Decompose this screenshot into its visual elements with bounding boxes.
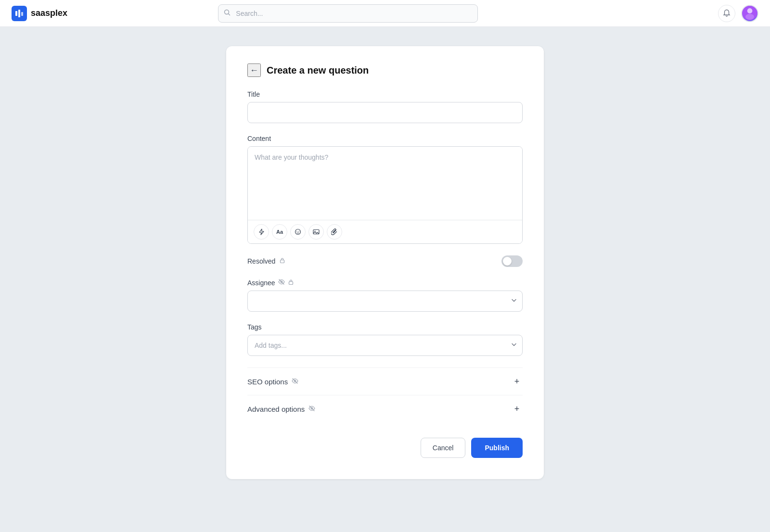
- svg-rect-13: [281, 260, 284, 263]
- assignee-lock-icon: [288, 279, 294, 287]
- form-card: ← Create a new question Title Content: [226, 46, 544, 479]
- advanced-options-label: Advanced options: [247, 405, 315, 413]
- svg-rect-16: [289, 281, 293, 284]
- back-button[interactable]: ←: [247, 63, 261, 77]
- editor-toolbar: Aa: [248, 220, 522, 243]
- user-avatar[interactable]: [741, 5, 758, 22]
- seo-expand-icon: +: [511, 376, 523, 387]
- svg-line-4: [229, 14, 230, 15]
- assignee-label: Assignee: [247, 279, 523, 287]
- header-right: [718, 5, 758, 22]
- emoji-icon: [295, 228, 301, 235]
- svg-rect-2: [21, 12, 23, 16]
- title-label: Title: [247, 90, 523, 98]
- svg-point-8: [295, 229, 301, 235]
- content-editor: Aa: [247, 146, 523, 244]
- attachment-icon: [331, 228, 338, 235]
- assignee-field-group: Assignee: [247, 279, 523, 312]
- advanced-eye-slash-icon: [308, 405, 315, 413]
- logo-area: saasplex: [12, 6, 98, 21]
- resolved-toggle[interactable]: [501, 255, 523, 267]
- search-bar: [218, 4, 478, 23]
- avatar-image: [742, 5, 757, 21]
- svg-rect-0: [15, 11, 17, 16]
- advanced-expand-icon: +: [511, 403, 523, 415]
- title-field-group: Title: [247, 90, 523, 123]
- assignee-eye-slash-icon: [278, 279, 285, 287]
- assignee-select-wrap: [247, 291, 523, 312]
- notification-bell-button[interactable]: [718, 5, 735, 22]
- resolved-lock-icon: [279, 257, 285, 265]
- main-content: ← Create a new question Title Content: [0, 27, 770, 498]
- toolbar-bolt-button[interactable]: [254, 224, 269, 240]
- logo-text: saasplex: [31, 8, 67, 18]
- tags-select[interactable]: Add tags...: [247, 335, 523, 356]
- toolbar-image-button[interactable]: [308, 224, 324, 240]
- publish-button[interactable]: Publish: [471, 438, 523, 458]
- resolved-row: Resolved: [247, 255, 523, 267]
- image-icon: [313, 228, 320, 235]
- logo-icon: [12, 6, 27, 21]
- content-label: Content: [247, 135, 523, 142]
- svg-rect-1: [18, 10, 20, 17]
- search-icon: [224, 9, 231, 17]
- tags-field-group: Tags Add tags... Add tags...: [247, 323, 523, 356]
- title-input[interactable]: [247, 102, 523, 123]
- svg-point-10: [298, 231, 299, 232]
- content-field-group: Content Aa: [247, 135, 523, 244]
- seo-options-row[interactable]: SEO options +: [247, 367, 523, 395]
- form-footer: Cancel Publish: [247, 438, 523, 458]
- resolved-label: Resolved: [247, 257, 285, 265]
- page-title: Create a new question: [267, 65, 369, 76]
- seo-options-label: SEO options: [247, 378, 298, 386]
- svg-point-6: [747, 8, 753, 13]
- advanced-options-row[interactable]: Advanced options +: [247, 395, 523, 422]
- tags-select-wrap: Add tags... Add tags...: [247, 335, 523, 356]
- back-header: ← Create a new question: [247, 63, 523, 77]
- svg-point-12: [315, 231, 316, 232]
- assignee-select[interactable]: [247, 291, 523, 312]
- svg-point-9: [296, 231, 297, 232]
- svg-point-7: [745, 13, 754, 19]
- cancel-button[interactable]: Cancel: [421, 438, 466, 458]
- tags-label: Tags: [247, 323, 523, 331]
- app-header: saasplex: [0, 0, 770, 27]
- toolbar-text-format-button[interactable]: Aa: [272, 224, 287, 240]
- content-textarea[interactable]: [248, 147, 522, 218]
- bolt-icon: [258, 228, 265, 235]
- bell-icon: [722, 9, 731, 18]
- search-input[interactable]: [218, 4, 478, 23]
- toolbar-attachment-button[interactable]: [327, 224, 342, 240]
- text-format-icon: Aa: [276, 229, 283, 235]
- toolbar-emoji-button[interactable]: [290, 224, 306, 240]
- seo-eye-slash-icon: [292, 378, 298, 386]
